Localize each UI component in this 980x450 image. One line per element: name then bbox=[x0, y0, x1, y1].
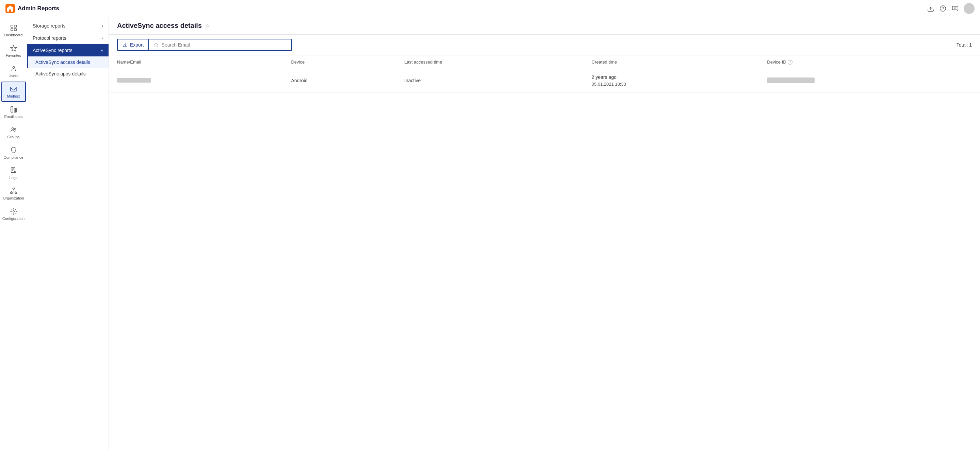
col-header-device: Device bbox=[283, 55, 396, 69]
svg-rect-6 bbox=[14, 29, 16, 30]
search-input[interactable] bbox=[162, 42, 287, 48]
sub-nav-activesync-reports[interactable]: ActiveSync reports ∨ bbox=[27, 44, 108, 56]
search-box[interactable] bbox=[149, 39, 292, 51]
col-header-device-id: Device ID ? bbox=[759, 55, 980, 69]
content-header: ActiveSync access details ☆ bbox=[109, 17, 980, 35]
cell-created-time: 2 years ago 05.01.2021 18:33 bbox=[584, 69, 759, 93]
sub-nav-activesync-apps[interactable]: ActiveSync apps details bbox=[27, 68, 108, 79]
chevron-down-icon: ∨ bbox=[101, 49, 103, 52]
cell-name-email bbox=[109, 69, 283, 93]
data-table: Name/Email Device Last accessed time Cre… bbox=[109, 55, 980, 93]
sidebar-item-favorites[interactable]: Favorites bbox=[2, 41, 26, 61]
app-title: Admin Reports bbox=[18, 5, 59, 12]
export-icon bbox=[123, 42, 128, 48]
sidebar-item-mailbox[interactable]: Mailbox bbox=[2, 82, 26, 102]
sidebar-item-users[interactable]: Users bbox=[2, 61, 26, 82]
blurred-device-id bbox=[767, 78, 815, 83]
cell-last-accessed: Inactive bbox=[396, 69, 583, 93]
sidebar-item-email-stats[interactable]: Email stats bbox=[2, 102, 26, 122]
device-id-info-icon[interactable]: ? bbox=[788, 60, 792, 65]
svg-rect-4 bbox=[14, 25, 16, 27]
main-layout: Dashboard Favorites Users Mailbox bbox=[0, 17, 980, 450]
chevron-right-icon: › bbox=[102, 36, 103, 40]
sidebar-item-groups[interactable]: Groups bbox=[2, 122, 26, 143]
top-bar: Admin Reports bbox=[0, 0, 980, 17]
svg-rect-5 bbox=[11, 29, 13, 30]
icon-sidebar: Dashboard Favorites Users Mailbox bbox=[0, 17, 27, 450]
sidebar-item-logs[interactable]: Logs bbox=[2, 163, 26, 184]
svg-rect-14 bbox=[13, 188, 14, 189]
cell-device-id bbox=[759, 69, 980, 93]
feedback-icon[interactable] bbox=[951, 5, 959, 12]
user-avatar[interactable] bbox=[964, 3, 975, 14]
svg-rect-8 bbox=[10, 87, 16, 92]
sub-nav-storage-reports[interactable]: Storage reports › bbox=[27, 20, 108, 32]
app-logo: Admin Reports bbox=[5, 4, 60, 13]
col-header-created-time: Created time bbox=[584, 55, 759, 69]
export-button[interactable]: Export bbox=[117, 39, 149, 51]
col-header-last-accessed: Last accessed time bbox=[396, 55, 583, 69]
sidebar-item-compliance[interactable]: Compliance bbox=[2, 143, 26, 163]
total-count: Total: 1 bbox=[956, 42, 972, 48]
app-logo-icon bbox=[5, 4, 15, 13]
chevron-right-icon: › bbox=[102, 24, 103, 28]
upload-icon[interactable] bbox=[927, 5, 934, 12]
svg-point-11 bbox=[11, 128, 14, 130]
svg-rect-16 bbox=[14, 192, 16, 194]
page-title: ActiveSync access details bbox=[117, 22, 202, 30]
sub-sidebar: Storage reports › Protocol reports › Act… bbox=[27, 17, 109, 450]
svg-point-12 bbox=[14, 128, 16, 130]
sub-nav-protocol-reports[interactable]: Protocol reports › bbox=[27, 32, 108, 44]
col-header-name-email: Name/Email bbox=[109, 55, 283, 69]
top-bar-actions bbox=[927, 3, 975, 14]
svg-rect-13 bbox=[11, 168, 14, 173]
content-area: ActiveSync access details ☆ Export bbox=[109, 17, 980, 450]
svg-rect-15 bbox=[10, 192, 12, 194]
cell-device: Android bbox=[283, 69, 396, 93]
blurred-name-email bbox=[117, 78, 151, 82]
svg-point-17 bbox=[13, 211, 14, 212]
svg-point-7 bbox=[13, 67, 14, 69]
sidebar-item-configuration[interactable]: Configuration bbox=[2, 204, 26, 224]
favorite-star-icon[interactable]: ☆ bbox=[205, 22, 210, 29]
toolbar: Export Total: 1 bbox=[109, 35, 980, 55]
sidebar-item-organization[interactable]: Organization bbox=[2, 184, 26, 204]
help-icon[interactable] bbox=[939, 5, 947, 12]
search-icon bbox=[154, 43, 159, 48]
sub-nav-activesync-access[interactable]: ActiveSync access details bbox=[27, 56, 108, 68]
table-row: Android Inactive 2 years ago 05.01.2021 … bbox=[109, 69, 980, 93]
toolbar-left: Export bbox=[117, 39, 292, 51]
svg-rect-3 bbox=[11, 25, 13, 27]
sidebar-item-dashboard[interactable]: Dashboard bbox=[2, 21, 26, 41]
